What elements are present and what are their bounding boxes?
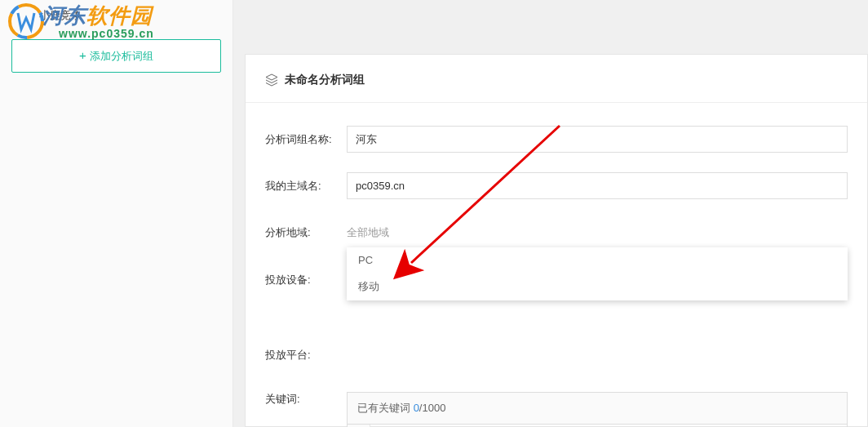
device-label: 投放设备: bbox=[265, 273, 347, 287]
app-title: 小鹿竞争 bbox=[39, 8, 82, 23]
keyword-count-header: 已有关键词 0/1000 bbox=[348, 393, 847, 425]
layers-icon bbox=[265, 73, 278, 87]
svg-point-0 bbox=[10, 5, 42, 38]
name-input[interactable] bbox=[347, 126, 848, 153]
platform-label: 投放平台: bbox=[265, 348, 347, 363]
panel-title: 未命名分析词组 bbox=[285, 73, 365, 87]
keyword-label: 关键词: bbox=[265, 392, 347, 407]
region-label: 分析地域: bbox=[265, 225, 347, 240]
region-value: 全部地域 bbox=[347, 219, 867, 247]
panel-header: 未命名分析词组 bbox=[246, 55, 867, 103]
domain-input[interactable] bbox=[347, 172, 848, 199]
keyword-box: 已有关键词 0/1000 1 bbox=[347, 392, 848, 427]
name-label: 分析词组名称: bbox=[265, 132, 347, 147]
domain-label: 我的主域名: bbox=[265, 179, 347, 193]
analysis-panel: 未命名分析词组 分析词组名称: 我的主域名: 分析地域: 全部地域 投放设备: bbox=[245, 54, 868, 427]
add-analysis-group-button[interactable]: +添加分析词组 bbox=[11, 39, 221, 73]
svg-point-1 bbox=[10, 5, 42, 38]
dropdown-option-pc[interactable]: PC bbox=[347, 247, 848, 273]
dropdown-option-mobile[interactable]: 移动 bbox=[347, 273, 848, 300]
device-dropdown: PC 移动 bbox=[347, 247, 848, 300]
plus-icon: + bbox=[79, 48, 86, 62]
